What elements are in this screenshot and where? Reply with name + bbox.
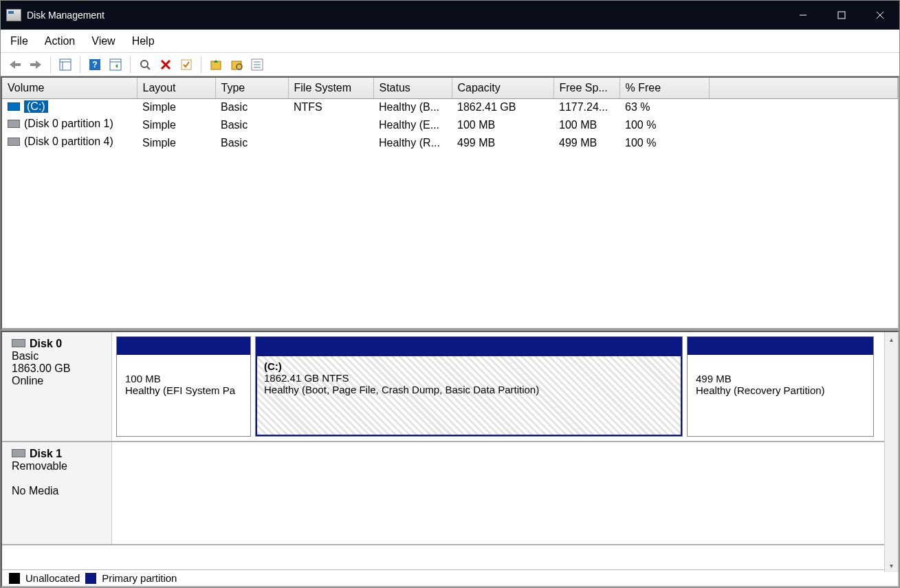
col-type[interactable]: Type xyxy=(215,78,288,98)
cell-layout: Simple xyxy=(137,116,215,134)
partition-size: 499 MB xyxy=(696,373,865,384)
legend-primary-swatch xyxy=(85,573,96,584)
col-status[interactable]: Status xyxy=(373,78,452,98)
legend-unallocated-swatch xyxy=(9,573,20,584)
cell-capacity: 100 MB xyxy=(452,116,553,134)
cell-pct: 100 % xyxy=(619,116,709,134)
volume-list-pane[interactable]: Volume Layout Type File System Status Ca… xyxy=(1,76,899,331)
volume-icon xyxy=(8,138,20,146)
titlebar: Disk Management xyxy=(1,1,899,30)
col-capacity[interactable]: Capacity xyxy=(452,78,553,98)
cell-status: Healthy (E... xyxy=(373,116,452,134)
forward-button[interactable] xyxy=(27,56,45,74)
disk1-label[interactable]: Disk 1 Removable No Media xyxy=(2,442,112,544)
partition[interactable]: 499 MBHealthy (Recovery Partition) xyxy=(687,336,874,437)
options-button[interactable] xyxy=(248,56,266,74)
cell-capacity: 1862.41 GB xyxy=(452,98,553,116)
svg-text:?: ? xyxy=(92,60,97,69)
svg-rect-11 xyxy=(110,59,121,70)
partition-status: Healthy (Boot, Page File, Crash Dump, Ba… xyxy=(264,384,674,395)
cell-free: 1177.24... xyxy=(553,98,619,116)
help-button[interactable]: ? xyxy=(86,56,104,74)
cell-status: Healthy (B... xyxy=(373,98,452,116)
volume-row[interactable]: (C:)SimpleBasicNTFSHealthy (B...1862.41 … xyxy=(2,98,898,116)
menu-action[interactable]: Action xyxy=(45,35,75,47)
cell-free: 100 MB xyxy=(553,116,619,134)
cell-free: 499 MB xyxy=(553,134,619,152)
disk0-size: 1863.00 GB xyxy=(12,362,102,375)
cell-type: Basic xyxy=(215,116,288,134)
toolbar: ? xyxy=(1,53,899,76)
col-filesystem[interactable]: File System xyxy=(288,78,373,98)
settings-top-button[interactable] xyxy=(207,56,225,74)
disk1-row: Disk 1 Removable No Media xyxy=(2,442,898,545)
legend-unallocated-label: Unallocated xyxy=(25,572,80,584)
menu-view[interactable]: View xyxy=(91,35,115,47)
settings-bottom-button[interactable] xyxy=(228,56,245,74)
disk-icon xyxy=(12,339,25,347)
volume-row[interactable]: (Disk 0 partition 1)SimpleBasicHealthy (… xyxy=(2,116,898,134)
volume-icon xyxy=(8,120,20,128)
svg-line-15 xyxy=(147,67,150,69)
col-layout[interactable]: Layout xyxy=(137,78,215,98)
cell-pct: 100 % xyxy=(619,134,709,152)
show-hide-tree-button[interactable] xyxy=(56,56,74,74)
disk1-state: No Media xyxy=(12,485,102,497)
cell-fs xyxy=(288,116,373,134)
partition-status: Healthy (Recovery Partition) xyxy=(696,384,865,396)
disk1-empty xyxy=(112,442,898,544)
disk1-name: Disk 1 xyxy=(30,448,62,459)
scroll-down-icon[interactable]: ▾ xyxy=(885,558,898,572)
refresh-button[interactable] xyxy=(107,56,124,74)
cell-type: Basic xyxy=(215,134,288,152)
col-freespace[interactable]: Free Sp... xyxy=(553,78,619,98)
cell-fs xyxy=(288,134,373,152)
cell-layout: Simple xyxy=(137,134,215,152)
disk-graphical-pane: Disk 0 Basic 1863.00 GB Online 100 MBHea… xyxy=(1,331,899,587)
volume-name: (Disk 0 partition 4) xyxy=(24,135,113,148)
cell-capacity: 499 MB xyxy=(452,134,553,152)
menu-help[interactable]: Help xyxy=(132,35,155,47)
svg-marker-5 xyxy=(30,61,41,69)
maximize-button[interactable] xyxy=(822,1,861,30)
partition-size: 1862.41 GB NTFS xyxy=(264,372,674,384)
back-button[interactable] xyxy=(6,56,24,74)
partition-name: (C:) xyxy=(264,360,674,372)
delete-button[interactable] xyxy=(157,56,175,74)
disk0-label[interactable]: Disk 0 Basic 1863.00 GB Online xyxy=(2,332,112,441)
properties-button[interactable] xyxy=(177,56,195,74)
svg-rect-6 xyxy=(60,59,71,70)
volume-row[interactable]: (Disk 0 partition 4)SimpleBasicHealthy (… xyxy=(2,134,898,152)
volume-header-row: Volume Layout Type File System Status Ca… xyxy=(2,78,898,98)
partition-status: Healthy (EFI System Pa xyxy=(125,384,242,396)
legend: Unallocated Primary partition xyxy=(2,569,898,586)
minimize-button[interactable] xyxy=(784,1,822,30)
partition-header xyxy=(117,337,250,355)
disk-icon xyxy=(12,449,25,457)
cell-layout: Simple xyxy=(137,98,215,116)
disk0-name: Disk 0 xyxy=(30,338,62,349)
menu-file[interactable]: File xyxy=(10,35,28,47)
col-percentfree[interactable]: % Free xyxy=(619,78,709,98)
cell-status: Healthy (R... xyxy=(373,134,452,152)
volume-name: (Disk 0 partition 1) xyxy=(24,118,113,130)
cell-fs: NTFS xyxy=(288,98,373,116)
vertical-scrollbar[interactable]: ▴ ▾ xyxy=(884,332,898,572)
partition[interactable]: 100 MBHealthy (EFI System Pa xyxy=(116,336,251,437)
menubar: File Action View Help xyxy=(1,30,899,53)
scroll-up-icon[interactable]: ▴ xyxy=(885,332,898,346)
rescan-button[interactable] xyxy=(136,56,154,74)
disk1-type: Removable xyxy=(12,460,102,472)
close-button[interactable] xyxy=(861,1,899,30)
volume-name: (C:) xyxy=(24,100,48,113)
cell-pct: 63 % xyxy=(619,98,709,116)
partition-header xyxy=(256,337,682,355)
disk0-state: Online xyxy=(12,375,102,387)
svg-point-14 xyxy=(141,61,148,67)
window-title: Disk Management xyxy=(27,10,105,21)
legend-primary-label: Primary partition xyxy=(102,572,177,584)
partition[interactable]: (C:)1862.41 GB NTFSHealthy (Boot, Page F… xyxy=(255,336,683,437)
app-icon xyxy=(6,9,21,21)
cell-type: Basic xyxy=(215,98,288,116)
col-volume[interactable]: Volume xyxy=(2,78,137,98)
